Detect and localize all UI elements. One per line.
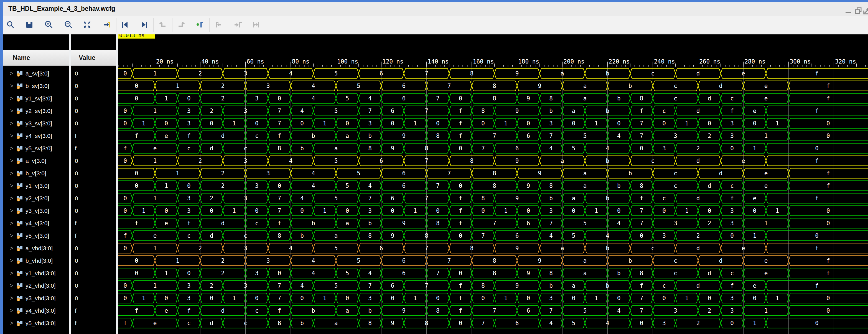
signal-row[interactable]: >vy2_vhd[3:0]	[3, 279, 69, 292]
bus-value-label: f	[459, 132, 462, 139]
next-transition-button[interactable]	[136, 18, 152, 32]
waveform-row[interactable]: 0123456789abcdef	[118, 169, 868, 178]
waveform-row[interactable]: 010230454670898ab8cdcef	[118, 268, 868, 278]
waveform-row[interactable]: 0123456789abcdef	[118, 256, 868, 266]
signal-row[interactable]: >vy3_sv[3:0]	[3, 117, 69, 129]
add-marker-button[interactable]	[192, 18, 208, 32]
expand-chevron-icon[interactable]: >	[10, 67, 16, 80]
maximize-button[interactable]	[863, 7, 868, 15]
expand-chevron-icon[interactable]: >	[10, 279, 16, 292]
expand-chevron-icon[interactable]: >	[10, 205, 16, 217]
expand-chevron-icon[interactable]: >	[10, 292, 16, 304]
waveform-row[interactable]: fefdcfbab98f76754732310	[118, 306, 868, 316]
signal-row[interactable]: >va_vhd[3:0]	[3, 242, 69, 254]
signal-row[interactable]: >vb_vhd[3:0]	[3, 254, 69, 267]
search-button[interactable]	[3, 18, 18, 32]
waveform-row[interactable]: fefdcfbab98f76754732310	[118, 131, 868, 141]
waveform-row[interactable]: 01323745767f89babfcdfef	[118, 193, 868, 203]
bus-value-label: a	[583, 257, 587, 264]
zoom-in-button[interactable]	[41, 18, 57, 32]
bus-value-label: 0	[123, 295, 127, 302]
bus-value-label: d	[221, 307, 225, 314]
previous-transition-button[interactable]	[118, 18, 133, 32]
signal-row[interactable]: >vy2_v[3:0]	[3, 192, 69, 205]
expand-chevron-icon[interactable]: >	[10, 129, 16, 142]
signal-row[interactable]: >vb_sv[3:0]	[3, 80, 69, 92]
bus-value-label: 0	[187, 183, 191, 189]
signal-row[interactable]: >vy1_v[3:0]	[3, 180, 69, 192]
signal-row[interactable]: >vy5_sv[3:0]	[3, 142, 69, 154]
expand-chevron-icon[interactable]: >	[10, 217, 16, 230]
signal-row[interactable]: >va_v[3:0]	[3, 154, 69, 167]
expand-chevron-icon[interactable]: >	[10, 254, 16, 267]
waveform-row[interactable]: 010301070103010f010301070103010	[118, 293, 868, 303]
waveform-row[interactable]: fecdc8ba898076454032010	[118, 231, 868, 241]
bus-value-label: 5	[357, 170, 361, 177]
signal-row[interactable]: >vy4_vhd[3:0]	[3, 304, 69, 317]
bus-value-label: 2	[708, 307, 711, 314]
minimize-button[interactable]	[844, 7, 853, 15]
signal-row[interactable]: >vy1_sv[3:0]	[3, 92, 69, 104]
signal-row[interactable]: >vy2_sv[3:0]	[3, 104, 69, 117]
expand-chevron-icon[interactable]: >	[10, 154, 16, 167]
waveform-row[interactable]: 01323745767f89babfcdfef	[118, 106, 868, 116]
expand-chevron-icon[interactable]: >	[10, 92, 16, 104]
bus-value-label: 1	[142, 120, 146, 127]
bus-value-label: c	[674, 183, 677, 189]
waveform-row[interactable]: 010301070103010f010301070103010	[118, 206, 868, 216]
waveform-row[interactable]: fecdc8ba898076454032010	[118, 144, 868, 153]
waveform-row[interactable]: fecdc8ba898076454032010	[118, 318, 868, 328]
expand-chevron-icon[interactable]: >	[10, 192, 16, 205]
waveform-row[interactable]: fefdcfbab98f76754732310	[118, 218, 868, 228]
zoom-out-button[interactable]	[61, 18, 76, 32]
restore-button[interactable]	[854, 7, 863, 15]
waveform-row[interactable]: 0123456789abcdef	[118, 68, 868, 79]
signal-row[interactable]: >vy4_sv[3:0]	[3, 129, 69, 142]
zoom-fit-button[interactable]	[79, 18, 95, 32]
signal-name-label: b_v[3:0]	[26, 170, 46, 177]
cursor-time-marker[interactable]: 0.013 ns	[118, 34, 155, 38]
expand-chevron-icon[interactable]: >	[10, 167, 16, 180]
signal-row[interactable]: >vb_v[3:0]	[3, 167, 69, 180]
bus-value-label: 2	[198, 245, 202, 252]
expand-chevron-icon[interactable]: >	[10, 142, 16, 154]
waveform-row[interactable]: 0123456789abcdef	[118, 243, 868, 253]
expand-chevron-icon[interactable]: >	[10, 267, 16, 279]
svg-text:v: v	[18, 111, 19, 114]
bus-value-label: b	[606, 282, 609, 289]
time-tick-label: 320 ns	[835, 58, 856, 65]
signal-row[interactable]: >vy5_v[3:0]	[3, 230, 69, 242]
signal-row[interactable]: >vy3_v[3:0]	[3, 205, 69, 217]
signal-row[interactable]: >vy1_vhd[3:0]	[3, 267, 69, 279]
signal-row[interactable]: >vy3_vhd[3:0]	[3, 292, 69, 304]
bus-value-label: 4	[549, 145, 553, 152]
go-to-cursor-button[interactable]	[99, 18, 115, 32]
expand-chevron-icon[interactable]: >	[10, 180, 16, 192]
expand-chevron-icon[interactable]: >	[10, 117, 16, 129]
expand-chevron-icon[interactable]: >	[10, 242, 16, 254]
signal-row[interactable]: >vy5_vhd[3:0]	[3, 317, 69, 329]
bus-value-label: 0	[123, 245, 127, 252]
bus-value-label: 3	[244, 108, 247, 114]
bus-value-label: c	[255, 132, 259, 139]
save-wave-config-button[interactable]	[22, 18, 37, 32]
bus-value-label: c	[662, 195, 666, 202]
waveform-row[interactable]: 010230454670898ab8cdcef	[118, 181, 868, 191]
waveform-row[interactable]: 010301070103010f010301070103010	[118, 118, 868, 128]
bus-value-label: 4	[300, 282, 304, 289]
bus-value-label: 2	[696, 233, 700, 239]
signal-row[interactable]: >vy4_v[3:0]	[3, 217, 69, 230]
expand-chevron-icon[interactable]: >	[10, 230, 16, 242]
waveform-row[interactable]: 0123456789abcdef	[118, 81, 868, 91]
expand-chevron-icon[interactable]: >	[10, 317, 16, 329]
bus-value-label: 4	[300, 195, 304, 202]
waveform-row[interactable]: 01323745767f89babfcdfef	[118, 281, 868, 291]
waveform-canvas[interactable]: 20 ns40 ns60 ns80 ns100 ns120 ns140 ns16…	[118, 34, 868, 334]
signal-row[interactable]: >va_sv[3:0]	[3, 67, 69, 80]
expand-chevron-icon[interactable]: >	[10, 104, 16, 117]
waveform-panel[interactable]: 20 ns40 ns60 ns80 ns100 ns120 ns140 ns16…	[118, 34, 868, 334]
expand-chevron-icon[interactable]: >	[10, 304, 16, 317]
waveform-row[interactable]: 010230454670898ab8cdcef	[118, 93, 868, 103]
waveform-row[interactable]: 0123456789abcdef	[118, 156, 868, 166]
expand-chevron-icon[interactable]: >	[10, 80, 16, 92]
